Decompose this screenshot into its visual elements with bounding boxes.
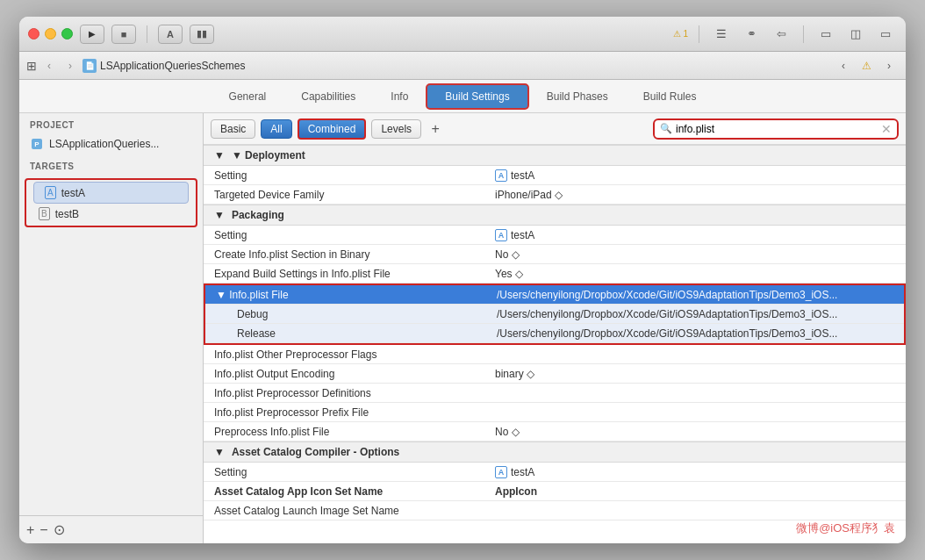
- editor-mode-button[interactable]: A: [158, 25, 183, 44]
- testa-col-icon: A: [495, 169, 507, 182]
- expand-plist-row: Expand Build Settings in Info.plist File…: [204, 264, 906, 284]
- deployment-section-header[interactable]: ▼ ▼ Deployment: [204, 145, 906, 166]
- sidebar-item-testb[interactable]: B testB: [28, 204, 194, 224]
- levels-button[interactable]: Levels: [371, 119, 421, 139]
- asset-setting-col: Setting: [204, 463, 484, 481]
- expand-plist-setting: Expand Build Settings in Info.plist File: [204, 264, 484, 283]
- breadcrumb-text: LSApplicationQueriesSchemes: [100, 60, 245, 72]
- app-icon-value: AppIcon: [484, 482, 906, 500]
- split-button[interactable]: ▮▮: [190, 25, 214, 44]
- tab-build-rules[interactable]: Build Rules: [626, 85, 714, 108]
- all-button[interactable]: All: [261, 119, 291, 139]
- build-toolbar: Basic All Combined Levels + 🔍 ✕: [204, 113, 906, 145]
- plist-other-value: [484, 345, 906, 363]
- search-clear-button[interactable]: ✕: [881, 122, 892, 136]
- asset-chevron: ▼: [214, 446, 225, 458]
- tab-general[interactable]: General: [212, 85, 284, 108]
- add-setting-button[interactable]: +: [427, 120, 444, 138]
- project-section-title: PROJECT: [19, 113, 203, 133]
- search-input[interactable]: [676, 123, 878, 135]
- asset-setting-row: Setting A testA: [204, 463, 906, 482]
- targets-box: A testA B testB: [25, 178, 197, 227]
- packaging-chevron: ▼: [214, 209, 225, 221]
- create-plist-row: Create Info.plist Section in Binary No ◇: [204, 245, 906, 264]
- app-icon-setting: Asset Catalog App Icon Set Name: [204, 482, 484, 500]
- pkg-testa-icon: A: [495, 229, 507, 241]
- packaging-label: Packaging: [232, 209, 284, 221]
- packaging-setting-row: Setting A testA: [204, 226, 906, 245]
- nav-right-controls: ‹ ⚠ ›: [834, 56, 899, 75]
- add-target-button[interactable]: +: [26, 522, 34, 538]
- packaging-section-header[interactable]: ▼ Packaging: [204, 205, 906, 226]
- testa-label: testA: [61, 187, 85, 199]
- debug-value: /Users/chenyilong/Dropbox/Xcode/Git/iOS9…: [486, 305, 904, 323]
- tab-info[interactable]: Info: [373, 85, 426, 108]
- close-button[interactable]: [28, 28, 39, 39]
- testa-icon: A: [45, 186, 56, 199]
- link-button[interactable]: ⚭: [740, 25, 763, 43]
- infoplist-file-value: /Users/chenyilong/Dropbox/Xcode/Git/iOS9…: [486, 285, 904, 304]
- grid-button[interactable]: ⊞: [26, 59, 37, 73]
- pkg-value-col: A testA: [484, 226, 906, 244]
- navbar: ⊞ ‹ › 📄 LSApplicationQueriesSchemes ‹ ⚠ …: [19, 52, 906, 80]
- tab-build-settings[interactable]: Build Settings: [426, 83, 528, 110]
- single-panel-button[interactable]: ▭: [814, 25, 837, 43]
- project-icon: P: [30, 137, 44, 151]
- maximize-button[interactable]: [61, 28, 73, 39]
- infoplist-file-row[interactable]: ▼ Info.plist File /Users/chenyilong/Drop…: [205, 285, 904, 305]
- breadcrumb: 📄 LSApplicationQueriesSchemes: [82, 59, 245, 73]
- targeted-device-value: iPhone/iPad ◇: [484, 185, 906, 204]
- nav-back-button[interactable]: ‹: [40, 57, 58, 75]
- warning-badge: ⚠1: [673, 29, 688, 39]
- infoplist-debug-row: Debug /Users/chenyilong/Dropbox/Xcode/Gi…: [205, 305, 904, 324]
- split-panel-button[interactable]: ◫: [844, 25, 867, 43]
- sidebar-footer: + − ⊙: [19, 515, 203, 543]
- plist-preproc-setting: Info.plist Preprocessor Definitions: [204, 384, 484, 402]
- remove-target-button[interactable]: −: [39, 522, 47, 538]
- settings-target-button[interactable]: ⊙: [54, 521, 65, 538]
- right-panel-button[interactable]: ▭: [874, 25, 897, 43]
- tab-capabilities[interactable]: Capabilities: [283, 85, 373, 108]
- plist-prefix-value: [484, 403, 906, 421]
- search-icon: 🔍: [660, 123, 672, 134]
- plist-other-setting: Info.plist Other Preprocessor Flags: [204, 345, 484, 363]
- traffic-lights: [28, 28, 73, 39]
- app-icon-row: Asset Catalog App Icon Set Name AppIcon: [204, 482, 906, 501]
- watermark: 微博@iOS程序犭袁: [796, 521, 895, 536]
- targeted-device-setting: Targeted Device Family: [204, 185, 484, 204]
- plist-prefix-setting: Info.plist Preprocessor Prefix File: [204, 403, 484, 421]
- titlebar: ▶ ■ A ▮▮ ⚠1 ☰ ⚭ ⇦ ▭ ◫ ▭: [19, 17, 906, 52]
- list-view-button[interactable]: ☰: [710, 25, 733, 43]
- setting-col-header: Setting: [204, 166, 484, 184]
- minimize-button[interactable]: [45, 28, 56, 39]
- value-col-header: A testA: [484, 166, 906, 184]
- asset-value-col: A testA: [484, 463, 906, 481]
- asset-label: Asset Catalog Compiler - Options: [232, 446, 399, 458]
- sidebar-item-project[interactable]: P LSApplicationQueries...: [19, 133, 203, 154]
- tab-build-phases[interactable]: Build Phases: [529, 85, 626, 108]
- deployment-label: ▼ Deployment: [232, 149, 305, 162]
- nav-forward-button[interactable]: ›: [61, 57, 79, 75]
- testb-icon: B: [39, 207, 50, 220]
- play-button[interactable]: ▶: [80, 25, 104, 44]
- asset-catalog-section-header[interactable]: ▼ Asset Catalog Compiler - Options: [204, 442, 906, 463]
- preprocess-plist-row: Preprocess Info.plist File No ◇: [204, 422, 906, 442]
- sidebar-item-testa[interactable]: A testA: [33, 182, 189, 204]
- nav-chevron-left[interactable]: ‹: [834, 56, 853, 75]
- settings-table: ▼ ▼ Deployment Setting A testA Targeted …: [204, 145, 906, 543]
- deployment-chevron: ▼: [214, 149, 225, 162]
- nav-chevron-right[interactable]: ›: [879, 56, 899, 75]
- search-box: 🔍 ✕: [653, 118, 899, 140]
- stop-button[interactable]: ■: [111, 25, 136, 44]
- basic-button[interactable]: Basic: [211, 119, 255, 139]
- preprocess-plist-value: No ◇: [484, 422, 906, 441]
- back-button[interactable]: ⇦: [770, 25, 792, 43]
- targets-section-title: TARGETS: [19, 154, 203, 175]
- file-icon: 📄: [82, 59, 97, 73]
- nav-warning-icon: ⚠: [857, 56, 876, 75]
- combined-button[interactable]: Combined: [298, 118, 367, 140]
- launch-image-setting: Asset Catalog Launch Image Set Name: [204, 501, 484, 520]
- plist-output-value: binary ◇: [484, 364, 906, 383]
- create-plist-setting: Create Info.plist Section in Binary: [204, 245, 484, 263]
- release-setting: Release: [205, 324, 486, 342]
